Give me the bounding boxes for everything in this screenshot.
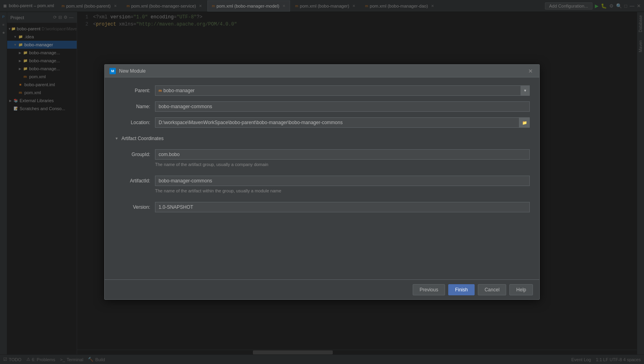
parent-dropdown-field[interactable]: m bobo-manager bbox=[155, 85, 521, 96]
version-row: Version: bbox=[114, 202, 530, 212]
name-label: Name: bbox=[114, 104, 150, 109]
artifactid-hint: The name of the artifact within the grou… bbox=[114, 188, 530, 193]
parent-value: bobo-manager bbox=[163, 88, 195, 93]
location-browse-button[interactable]: 📁 bbox=[519, 117, 530, 128]
groupid-label: GroupId: bbox=[114, 152, 150, 157]
artifactid-row: ArtifactId: bbox=[114, 176, 530, 186]
version-label: Version: bbox=[114, 204, 150, 210]
groupid-hint: The name of the artifact group, usually … bbox=[114, 162, 530, 167]
artifact-section-header: ▼ Artifact Coordinates bbox=[114, 136, 530, 141]
location-input[interactable] bbox=[155, 117, 519, 128]
parent-label: Parent: bbox=[114, 88, 150, 93]
groupid-row: GroupId: bbox=[114, 149, 530, 160]
modal-close-button[interactable]: ✕ bbox=[527, 67, 535, 75]
artifactid-input[interactable] bbox=[155, 176, 530, 186]
location-label: Location: bbox=[114, 120, 150, 125]
artifact-section-title: Artifact Coordinates bbox=[121, 136, 163, 141]
artifact-section-toggle[interactable]: ▼ bbox=[114, 136, 119, 141]
name-row: Name: bbox=[114, 101, 530, 112]
location-row: Location: 📁 bbox=[114, 117, 530, 128]
parent-dropdown-arrow[interactable]: ▼ bbox=[521, 85, 530, 96]
artifactid-label: ArtifactId: bbox=[114, 178, 150, 184]
finish-button[interactable]: Finish bbox=[448, 284, 475, 295]
modal-header: M New Module ✕ bbox=[105, 65, 539, 77]
previous-button[interactable]: Previous bbox=[413, 284, 445, 295]
parent-row: Parent: m bobo-manager ▼ bbox=[114, 85, 530, 96]
name-input[interactable] bbox=[155, 101, 530, 112]
modal-title: New Module bbox=[119, 68, 146, 74]
help-button[interactable]: Help bbox=[509, 284, 533, 295]
cancel-button[interactable]: Cancel bbox=[478, 284, 506, 295]
modal-overlay: M New Module ✕ Parent: m bobo-manager ▼ … bbox=[0, 0, 644, 364]
groupid-input[interactable] bbox=[155, 149, 530, 160]
modal-title-icon: M bbox=[109, 68, 116, 74]
modal-footer: Previous Finish Cancel Help bbox=[105, 279, 539, 299]
location-input-group: 📁 bbox=[155, 117, 530, 128]
modal-body: Parent: m bobo-manager ▼ Name: Location: bbox=[105, 77, 539, 279]
version-input[interactable] bbox=[155, 202, 530, 212]
new-module-dialog: M New Module ✕ Parent: m bobo-manager ▼ … bbox=[104, 64, 540, 300]
parent-dropdown-icon: m bbox=[159, 89, 162, 93]
parent-dropdown-wrapper: m bobo-manager ▼ bbox=[155, 85, 530, 96]
